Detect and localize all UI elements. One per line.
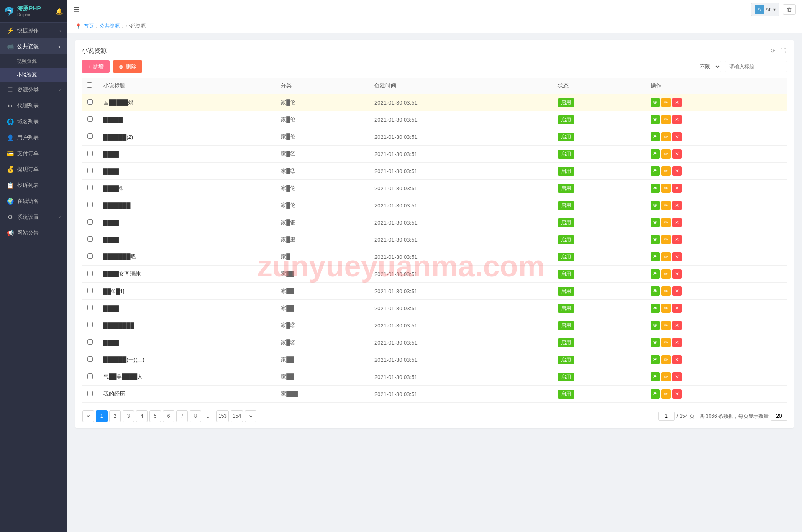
category-filter[interactable]: 不限: [694, 61, 721, 72]
page-btn-6[interactable]: 6: [163, 410, 174, 422]
search-input[interactable]: [725, 61, 787, 72]
view-btn[interactable]: 👁: [651, 98, 660, 107]
row-checkbox[interactable]: [87, 202, 93, 207]
view-btn[interactable]: 👁: [651, 321, 660, 330]
page-btn-7[interactable]: 7: [176, 410, 188, 422]
sidebar-item-public-res[interactable]: 📹 公共资源 ∨: [0, 38, 67, 54]
view-btn[interactable]: 👁: [651, 218, 660, 227]
view-btn[interactable]: 👁: [651, 252, 660, 261]
edit-btn[interactable]: ✏: [661, 98, 671, 107]
edit-btn[interactable]: ✏: [661, 166, 671, 176]
page-btn-4[interactable]: 4: [136, 410, 148, 422]
edit-btn[interactable]: ✏: [661, 184, 671, 193]
topbar-delete-btn[interactable]: 🗑: [783, 4, 796, 15]
per-page-input[interactable]: [771, 412, 787, 421]
view-btn[interactable]: 👁: [651, 132, 660, 141]
page-jump-input[interactable]: [658, 412, 675, 421]
row-checkbox[interactable]: [87, 356, 93, 362]
delete-row-btn[interactable]: ✕: [672, 304, 682, 313]
view-btn[interactable]: 👁: [651, 269, 660, 279]
view-btn[interactable]: 👁: [651, 338, 660, 347]
view-btn[interactable]: 👁: [651, 355, 660, 364]
user-avatar-btn[interactable]: A Ati ▾: [751, 3, 779, 16]
row-checkbox[interactable]: [87, 271, 93, 276]
delete-row-btn[interactable]: ✕: [672, 286, 682, 296]
edit-btn[interactable]: ✏: [661, 389, 671, 399]
edit-btn[interactable]: ✏: [661, 269, 671, 279]
sidebar-item-complaint-list[interactable]: 📋 投诉列表: [0, 177, 67, 193]
delete-row-btn[interactable]: ✕: [672, 252, 682, 261]
delete-row-btn[interactable]: ✕: [672, 132, 682, 141]
row-checkbox[interactable]: [87, 99, 93, 105]
delete-row-btn[interactable]: ✕: [672, 166, 682, 176]
edit-btn[interactable]: ✏: [661, 218, 671, 227]
breadcrumb-home[interactable]: 首页: [84, 23, 94, 30]
edit-btn[interactable]: ✏: [661, 252, 671, 261]
edit-btn[interactable]: ✏: [661, 372, 671, 381]
view-btn[interactable]: 👁: [651, 304, 660, 313]
page-btn-3[interactable]: 3: [123, 410, 134, 422]
delete-row-btn[interactable]: ✕: [672, 372, 682, 381]
sidebar-item-novel-res[interactable]: 小说资源: [0, 68, 67, 82]
row-checkbox[interactable]: [87, 219, 93, 225]
row-checkbox[interactable]: [87, 373, 93, 379]
row-checkbox[interactable]: [87, 185, 93, 190]
sidebar-item-video-res[interactable]: 视频资源: [0, 54, 67, 68]
new-button[interactable]: + 新增: [82, 60, 110, 73]
select-all-checkbox[interactable]: [87, 82, 92, 88]
sidebar-item-domain-list[interactable]: 🌐 域名列表: [0, 114, 67, 130]
view-btn[interactable]: 👁: [651, 115, 660, 124]
delete-row-btn[interactable]: ✕: [672, 149, 682, 159]
row-checkbox[interactable]: [87, 253, 93, 259]
page-btn-5[interactable]: 5: [149, 410, 161, 422]
row-checkbox[interactable]: [87, 391, 93, 396]
sidebar-item-res-category[interactable]: ☰ 资源分类 ‹: [0, 82, 67, 98]
page-btn-153[interactable]: 153: [216, 410, 229, 422]
edit-btn[interactable]: ✏: [661, 132, 671, 141]
delete-row-btn[interactable]: ✕: [672, 235, 682, 244]
menu-toggle-icon[interactable]: ☰: [73, 5, 80, 14]
page-btn-1[interactable]: 1: [96, 410, 108, 422]
delete-row-btn[interactable]: ✕: [672, 321, 682, 330]
view-btn[interactable]: 👁: [651, 286, 660, 296]
edit-btn[interactable]: ✏: [661, 286, 671, 296]
row-checkbox[interactable]: [87, 305, 93, 310]
next-page-btn[interactable]: »: [245, 410, 256, 422]
fullscreen-btn[interactable]: ⛶: [779, 46, 787, 55]
delete-row-btn[interactable]: ✕: [672, 184, 682, 193]
row-checkbox[interactable]: [87, 322, 93, 327]
sidebar-item-pay-order[interactable]: 💳 支付订单: [0, 146, 67, 161]
page-btn-2[interactable]: 2: [109, 410, 121, 422]
sidebar-item-quick-ops[interactable]: ⚡ 快捷操作 ‹: [0, 23, 67, 38]
edit-btn[interactable]: ✏: [661, 338, 671, 347]
view-btn[interactable]: 👁: [651, 389, 660, 399]
row-checkbox[interactable]: [87, 168, 93, 173]
delete-row-btn[interactable]: ✕: [672, 201, 682, 210]
page-btn-8[interactable]: 8: [190, 410, 201, 422]
delete-button[interactable]: ⊗ 删除: [113, 60, 142, 73]
edit-btn[interactable]: ✏: [661, 355, 671, 364]
sidebar-item-site-notice[interactable]: 📢 网站公告: [0, 225, 67, 241]
delete-row-btn[interactable]: ✕: [672, 338, 682, 347]
delete-row-btn[interactable]: ✕: [672, 98, 682, 107]
view-btn[interactable]: 👁: [651, 149, 660, 159]
edit-btn[interactable]: ✏: [661, 235, 671, 244]
refresh-btn[interactable]: ⟳: [769, 46, 777, 55]
breadcrumb-public-res[interactable]: 公共资源: [100, 23, 120, 30]
row-checkbox[interactable]: [87, 151, 93, 156]
row-checkbox[interactable]: [87, 116, 93, 122]
prev-page-btn[interactable]: «: [82, 410, 94, 422]
bell-icon[interactable]: 🔔: [56, 8, 63, 15]
view-btn[interactable]: 👁: [651, 184, 660, 193]
edit-btn[interactable]: ✏: [661, 115, 671, 124]
delete-row-btn[interactable]: ✕: [672, 218, 682, 227]
sidebar-item-withdraw-order[interactable]: 💰 提现订单: [0, 161, 67, 177]
row-checkbox[interactable]: [87, 288, 93, 293]
sidebar-item-sys-settings[interactable]: ⚙ 系统设置 ‹: [0, 209, 67, 225]
view-btn[interactable]: 👁: [651, 201, 660, 210]
edit-btn[interactable]: ✏: [661, 321, 671, 330]
row-checkbox[interactable]: [87, 339, 93, 345]
row-checkbox[interactable]: [87, 236, 93, 242]
delete-row-btn[interactable]: ✕: [672, 355, 682, 364]
delete-row-btn[interactable]: ✕: [672, 389, 682, 399]
